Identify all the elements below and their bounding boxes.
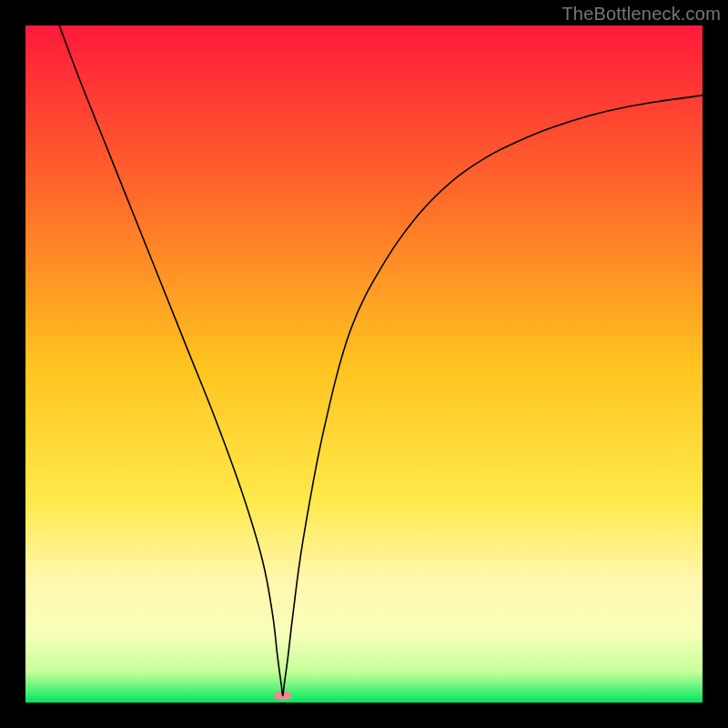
watermark-label: TheBottleneck.com (561, 4, 721, 24)
chart-frame (25, 25, 703, 703)
bottleneck-chart (25, 25, 703, 703)
watermark-text: TheBottleneck.com (561, 4, 721, 25)
gradient-background (25, 25, 703, 703)
